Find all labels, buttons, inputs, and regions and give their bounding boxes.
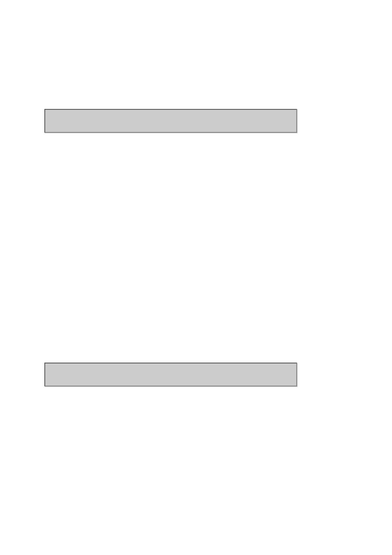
panel-box-1 (44, 109, 297, 133)
panel-box-2 (44, 363, 297, 386)
